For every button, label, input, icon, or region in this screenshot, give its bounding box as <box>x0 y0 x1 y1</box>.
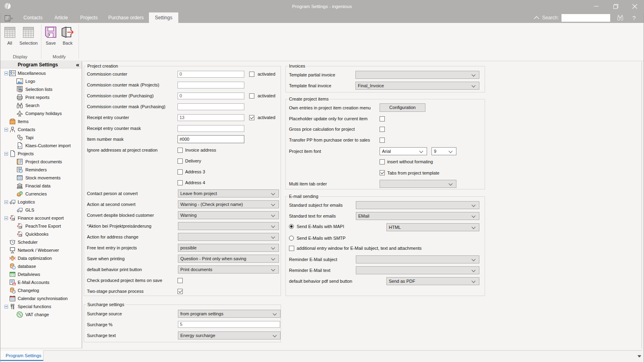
svg-text:R: R <box>19 231 21 234</box>
svg-text:1: 1 <box>20 234 21 237</box>
svg-text:R: R <box>11 215 13 218</box>
svg-text:1: 1 <box>13 218 14 220</box>
svg-text:1: 1 <box>20 226 21 228</box>
svg-text:R: R <box>19 223 21 226</box>
